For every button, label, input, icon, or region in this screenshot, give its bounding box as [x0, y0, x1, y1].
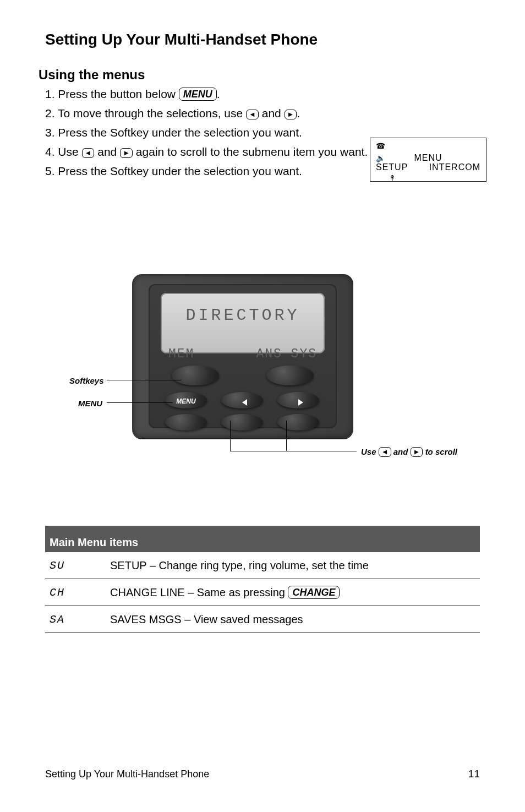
table-row: SA SAVES MSGS – View saved messages — [45, 606, 480, 633]
right-arrow-icon — [298, 399, 303, 406]
right-key: ► — [285, 110, 297, 119]
text: and — [262, 107, 285, 119]
left-arrow-button[interactable] — [221, 392, 263, 408]
lcd-setup-text: SETUP — [376, 162, 408, 172]
code-cell: CH — [45, 586, 110, 599]
table-row: SU SETUP – Change ring type, ring volume… — [45, 552, 480, 579]
callout-line — [230, 421, 231, 451]
change-key: CHANGE — [288, 586, 340, 599]
code-cell: SA — [45, 613, 110, 626]
text: Use — [361, 447, 379, 456]
lcd-left-soft: MEM — [168, 347, 194, 361]
desc-cell: CHANGE LINE – Same as pressing CHANGE — [110, 586, 480, 599]
left-arrow-icon — [242, 399, 247, 406]
callout-menu: MENU — [78, 399, 102, 408]
text: again to scroll to the submenu item you … — [136, 145, 368, 158]
blank-button-2[interactable] — [221, 414, 263, 430]
softkey-left-button[interactable] — [172, 366, 219, 385]
left-key: ◄ — [246, 110, 259, 119]
code-cell: SU — [45, 559, 110, 572]
callout-line — [107, 402, 173, 403]
lcd-line1: DIRECTORY — [161, 306, 325, 325]
text: and — [97, 145, 120, 158]
step-2: 2. To move through the selections, use ◄… — [45, 106, 331, 121]
text: . — [217, 88, 220, 100]
left-key: ◄ — [379, 447, 391, 457]
blank-button-1[interactable] — [165, 414, 207, 430]
step-1: 1. Press the button below MENU. — [45, 87, 331, 102]
left-key: ◄ — [82, 148, 95, 158]
text: . — [297, 107, 300, 119]
lcd-menu-text: MENU — [370, 153, 486, 163]
running-footer: Setting Up Your Multi-Handset Phone — [45, 769, 480, 780]
handset-icon: ☎ — [376, 141, 385, 150]
section-heading-menus: Using the menus — [39, 67, 480, 83]
menu-button-label: MENU — [165, 397, 207, 405]
pointer-arrow-icon: ↟ — [389, 173, 396, 182]
right-arrow-button[interactable] — [277, 392, 319, 408]
lcd-display: DIRECTORY MEM ANS SYS — [161, 293, 325, 353]
right-key: ► — [411, 447, 423, 457]
desc-cell: SAVES MSGS – View saved messages — [110, 613, 480, 626]
page-title: Setting Up Your Multi-Handset Phone — [45, 31, 480, 48]
blank-button-3[interactable] — [277, 414, 319, 430]
menu-items-table: Main Menu items SU SETUP – Change ring t… — [45, 526, 480, 633]
text: and — [393, 447, 411, 456]
page-number: 11 — [468, 768, 480, 780]
text: to scroll — [425, 447, 457, 456]
callout-line — [230, 451, 357, 451]
lcd-intercom-text: INTERCOM — [429, 162, 480, 172]
callout-line — [107, 380, 181, 380]
lcd-right-soft: ANS SYS — [256, 347, 317, 361]
menu-button[interactable]: MENU — [165, 392, 207, 408]
desc-cell: SETUP – Change ring type, ring volume, s… — [110, 559, 480, 572]
phone-illustration: DIRECTORY MEM ANS SYS MENU — [132, 274, 353, 438]
callout-line — [286, 421, 287, 451]
callout-softkeys: Softkeys — [69, 376, 104, 385]
menu-key: MENU — [179, 88, 217, 101]
table-row: CH CHANGE LINE – Same as pressing CHANGE — [45, 579, 480, 606]
right-key: ► — [120, 148, 133, 158]
callout-use-scroll: Use ◄ and ► to scroll — [361, 447, 457, 457]
text: 2. To move through the selections, use — [45, 107, 246, 119]
text: CHANGE LINE – Same as pressing — [110, 586, 288, 598]
text: 4. Use — [45, 145, 82, 158]
softkey-right-button[interactable] — [266, 366, 314, 385]
table-header: Main Menu items — [45, 526, 480, 552]
menu-screenshot-small: ☎ 🔈 MENU SETUP INTERCOM ↟ — [370, 138, 486, 182]
text: 1. Press the button below — [45, 88, 179, 100]
